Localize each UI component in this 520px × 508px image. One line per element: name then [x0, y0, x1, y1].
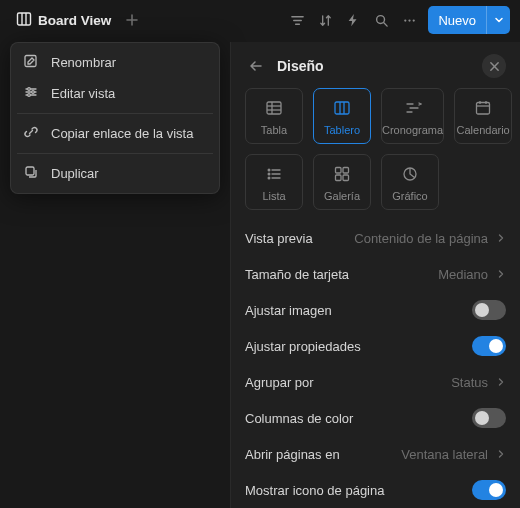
board-icon [16, 11, 32, 30]
chevron-right-icon [496, 449, 506, 459]
opt-preview-value: Contenido de la página [354, 231, 488, 246]
layout-gallery-label: Galería [324, 190, 360, 202]
chevron-down-icon[interactable] [486, 6, 510, 34]
layout-table-label: Tabla [261, 124, 287, 136]
opt-open-pages-label: Abrir páginas en [245, 447, 393, 462]
toggle-color-cols[interactable] [472, 408, 506, 428]
svg-rect-11 [26, 167, 34, 175]
opt-show-icon-label: Mostrar icono de página [245, 483, 464, 498]
view-tab[interactable]: Board View [10, 7, 117, 34]
back-button[interactable] [245, 55, 267, 77]
add-view-button[interactable] [121, 9, 143, 31]
layout-board-label: Tablero [324, 124, 360, 136]
layout-row-1: Tabla Tablero Cronograma Calendario [245, 88, 506, 144]
opt-fit-image[interactable]: Ajustar imagen [245, 292, 506, 328]
close-button[interactable] [482, 54, 506, 78]
opt-open-pages[interactable]: Abrir páginas en Ventana lateral [245, 436, 506, 472]
layout-timeline-label: Cronograma [382, 124, 443, 136]
menu-rename[interactable]: Renombrar [15, 47, 215, 78]
svg-point-23 [268, 169, 270, 171]
svg-point-9 [32, 91, 35, 94]
chart-icon [401, 165, 419, 186]
svg-rect-31 [336, 175, 342, 181]
layout-chart[interactable]: Gráfico [381, 154, 439, 210]
menu-duplicate[interactable]: Duplicar [15, 158, 215, 189]
layout-gallery[interactable]: Galería [313, 154, 371, 210]
toolbar-icons [284, 7, 422, 33]
svg-rect-19 [477, 102, 490, 114]
toggle-fit-image[interactable] [472, 300, 506, 320]
svg-rect-29 [336, 167, 342, 173]
opt-open-pages-value: Ventana lateral [401, 447, 488, 462]
menu-copy-link[interactable]: Copiar enlace de la vista [15, 118, 215, 149]
svg-rect-12 [267, 102, 281, 114]
layout-chart-label: Gráfico [392, 190, 427, 202]
opt-fit-props-label: Ajustar propiedades [245, 339, 464, 354]
layout-calendar-label: Calendario [457, 124, 510, 136]
filter-icon[interactable] [284, 7, 310, 33]
svg-point-25 [268, 177, 270, 179]
svg-point-10 [28, 94, 31, 97]
layout-list[interactable]: Lista [245, 154, 303, 210]
opt-color-cols[interactable]: Columnas de color [245, 400, 506, 436]
opt-group-by-label: Agrupar por [245, 375, 443, 390]
svg-point-6 [413, 19, 415, 21]
menu-separator [17, 113, 213, 114]
view-tab-label: Board View [38, 13, 111, 28]
chevron-right-icon [496, 233, 506, 243]
opt-fit-props[interactable]: Ajustar propiedades [245, 328, 506, 364]
svg-point-24 [268, 173, 270, 175]
list-icon [265, 165, 283, 186]
opt-preview-label: Vista previa [245, 231, 346, 246]
more-icon[interactable] [396, 7, 422, 33]
opt-show-icon[interactable]: Mostrar icono de página [245, 472, 506, 508]
board-icon [333, 99, 351, 120]
menu-edit-view[interactable]: Editar vista [15, 78, 215, 109]
layout-calendar[interactable]: Calendario [454, 88, 512, 144]
toggle-fit-props[interactable] [472, 336, 506, 356]
layout-list-label: Lista [262, 190, 285, 202]
svg-rect-0 [18, 13, 31, 25]
chevron-right-icon [496, 269, 506, 279]
svg-rect-16 [335, 102, 349, 114]
panel-body: Tabla Tablero Cronograma Calendario List… [231, 88, 520, 508]
menu-rename-label: Renombrar [51, 55, 116, 70]
opt-fit-image-label: Ajustar imagen [245, 303, 464, 318]
opt-group-by-value: Status [451, 375, 488, 390]
menu-duplicate-label: Duplicar [51, 166, 99, 181]
menu-separator [17, 153, 213, 154]
new-button[interactable]: Nuevo [428, 6, 510, 34]
layout-board[interactable]: Tablero [313, 88, 371, 144]
svg-point-8 [28, 88, 31, 91]
settings-sliders-icon [23, 84, 39, 103]
opt-group-by[interactable]: Agrupar por Status [245, 364, 506, 400]
link-icon [23, 124, 39, 143]
bolt-icon[interactable] [340, 7, 366, 33]
panel-title: Diseño [277, 58, 472, 74]
rename-icon [23, 53, 39, 72]
toggle-show-icon[interactable] [472, 480, 506, 500]
duplicate-icon [23, 164, 39, 183]
gallery-icon [333, 165, 351, 186]
panel-header: Diseño [231, 42, 520, 88]
svg-point-3 [377, 15, 385, 23]
opt-card-size[interactable]: Tamaño de tarjeta Mediano [245, 256, 506, 292]
layout-row-2: Lista Galería Gráfico [245, 154, 506, 210]
svg-point-5 [408, 19, 410, 21]
timeline-icon [404, 99, 422, 120]
svg-rect-7 [25, 56, 36, 67]
chevron-right-icon [496, 377, 506, 387]
layout-timeline[interactable]: Cronograma [381, 88, 444, 144]
table-icon [265, 99, 283, 120]
svg-point-4 [404, 19, 406, 21]
opt-preview[interactable]: Vista previa Contenido de la página [245, 220, 506, 256]
calendar-icon [474, 99, 492, 120]
svg-rect-30 [343, 167, 349, 173]
layout-table[interactable]: Tabla [245, 88, 303, 144]
menu-edit-view-label: Editar vista [51, 86, 115, 101]
sort-icon[interactable] [312, 7, 338, 33]
topbar: Board View Nuevo [0, 0, 520, 40]
new-button-label: Nuevo [428, 13, 486, 28]
search-icon[interactable] [368, 7, 394, 33]
svg-rect-32 [343, 175, 349, 181]
